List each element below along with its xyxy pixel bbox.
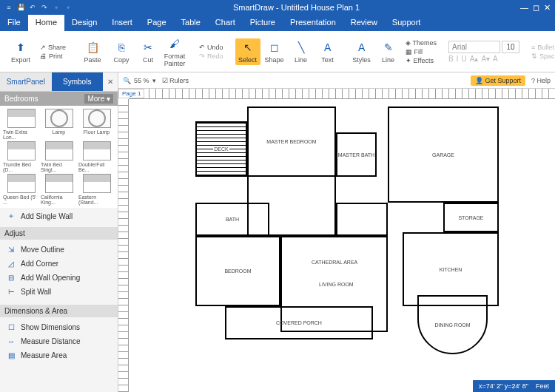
tab-smartpanel[interactable]: SmartPanel xyxy=(0,72,52,91)
export-button[interactable]: ⬆Export xyxy=(6,40,36,64)
measure-distance-button[interactable]: ↔Measure Distance xyxy=(0,334,118,348)
copy-button[interactable]: ⎘Copy xyxy=(109,40,134,64)
tab-design[interactable]: Design xyxy=(64,15,104,31)
line-button[interactable]: ╲Line xyxy=(289,40,314,64)
close-panel-icon[interactable]: ✕ xyxy=(103,72,118,91)
add-corner-button[interactable]: ◿Add Corner xyxy=(0,257,118,271)
room-bedroom[interactable]: BEDROOM xyxy=(195,236,280,306)
coordinates: x=74' 2" y=24' 8" xyxy=(479,382,528,390)
menu-bar: File Home Design Insert Page Table Chart… xyxy=(0,15,555,31)
line-style-button[interactable]: ✎Line xyxy=(376,40,401,64)
tab-symbols[interactable]: Symbols xyxy=(52,72,104,91)
select-button[interactable]: ↖Select xyxy=(235,38,260,65)
font-size-input[interactable]: 10 xyxy=(502,41,519,53)
room-dining[interactable]: DINING ROOM xyxy=(417,295,488,354)
room-garage[interactable]: GARAGE xyxy=(388,107,499,203)
symbol-grid: Twin Extra Lon... Lamp Floor Lamp Trundl… xyxy=(0,106,118,208)
symbol-item[interactable]: Double/Full Be... xyxy=(78,141,115,172)
units[interactable]: Feet xyxy=(536,382,549,390)
horizontal-ruler xyxy=(129,89,555,99)
canvas-area: 🔍 55 % ▾ ☑ Rulers 👤 Get Support ? Help P… xyxy=(118,72,555,392)
bullet-button[interactable]: ≡ Bullet xyxy=(531,44,555,51)
symbol-item[interactable]: California King... xyxy=(41,174,77,205)
print-button[interactable]: 🖨 Print xyxy=(40,53,66,60)
section-dimensions: Dimensions & Area xyxy=(0,305,118,317)
section-adjust: Adjust xyxy=(0,227,118,240)
effects-button[interactable]: ✦ Effects xyxy=(406,57,437,64)
underline-button[interactable]: U xyxy=(462,55,467,63)
room-porch[interactable]: COVERED PORCH xyxy=(225,306,373,339)
text-button[interactable]: AText xyxy=(315,40,340,64)
save-icon[interactable]: 💾 xyxy=(16,3,25,12)
italic-button[interactable]: I xyxy=(457,55,459,63)
redo-icon[interactable]: ↷ xyxy=(40,3,49,12)
fill-button[interactable]: ▦ Fill xyxy=(406,48,437,55)
tab-file[interactable]: File xyxy=(0,15,28,31)
symbol-item[interactable]: Lamp xyxy=(41,109,77,140)
tab-page[interactable]: Page xyxy=(140,15,174,31)
symbol-item[interactable]: Queen Bed (5' ... xyxy=(3,174,39,205)
status-bar: x=74' 2" y=24' 8" Feet xyxy=(473,380,555,392)
shrink-font-button[interactable]: A▾ xyxy=(481,55,490,63)
vertical-ruler xyxy=(118,99,129,392)
room-deck[interactable]: DECK xyxy=(195,121,247,177)
ribbon: ⬆Export ↗ Share 🖨 Print 📋Paste ⎘Copy ✂Cu… xyxy=(0,31,555,72)
symbol-item[interactable]: Twin Extra Lon... xyxy=(3,109,39,140)
show-dimensions-button[interactable]: ☐Show Dimensions xyxy=(0,320,118,334)
rulers-toggle[interactable]: ☑ Rulers xyxy=(162,77,189,84)
help-button[interactable]: ? Help xyxy=(531,77,551,84)
bold-button[interactable]: B xyxy=(448,55,454,63)
floor-plan[interactable]: DECK MASTER BEDROOM MASTER BATH GARAGE B… xyxy=(151,99,528,380)
room-hall[interactable] xyxy=(247,177,336,236)
page-label[interactable]: Page 1 xyxy=(118,89,144,98)
canvas-toolbar: 🔍 55 % ▾ ☑ Rulers 👤 Get Support ? Help xyxy=(118,72,555,89)
close-icon[interactable]: ✕ xyxy=(544,3,551,13)
split-wall-button[interactable]: ⊢Split Wall xyxy=(0,285,118,299)
symbol-item[interactable]: Twin Bed Singl... xyxy=(41,141,77,172)
undo-icon[interactable]: ↶ xyxy=(28,3,37,12)
shape-button[interactable]: ◻Shape xyxy=(262,40,287,64)
share-button[interactable]: ↗ Share xyxy=(40,44,66,51)
measure-area-button[interactable]: ▤Measure Area xyxy=(0,348,118,362)
room-master-bedroom[interactable]: MASTER BEDROOM xyxy=(247,107,336,177)
maximize-icon[interactable]: ◻ xyxy=(533,3,539,13)
font-color-button[interactable]: A xyxy=(493,55,498,63)
menu-icon[interactable]: ≡ xyxy=(4,3,13,12)
room-stairs[interactable] xyxy=(336,203,388,236)
tab-insert[interactable]: Insert xyxy=(104,15,140,31)
tab-presentation[interactable]: Presentation xyxy=(283,15,343,31)
undo-button[interactable]: ↶ Undo xyxy=(199,44,223,51)
tab-picture[interactable]: Picture xyxy=(243,15,283,31)
room-master-bath[interactable]: MASTER BATH xyxy=(336,132,377,177)
symbol-item[interactable]: Trundle Bed (D... xyxy=(3,141,39,172)
qat-icon[interactable]: ▫ xyxy=(52,3,61,12)
redo-button[interactable]: ↷ Redo xyxy=(199,53,223,60)
format-painter-button[interactable]: 🖌Format Painter xyxy=(162,36,187,67)
paste-button[interactable]: 📋Paste xyxy=(78,40,107,64)
spacing-button[interactable]: ⇅ Spacing xyxy=(531,53,555,60)
qat-icon[interactable]: ▫ xyxy=(64,3,73,12)
zoom-control[interactable]: 🔍 55 % ▾ xyxy=(123,77,156,84)
room-storage[interactable]: STORAGE xyxy=(443,203,499,232)
title-bar: ≡ 💾 ↶ ↷ ▫ ▫ SmartDraw - Untitled House P… xyxy=(0,0,555,15)
styles-button[interactable]: AStyles xyxy=(349,40,374,64)
drawing-canvas[interactable]: DECK MASTER BEDROOM MASTER BATH GARAGE B… xyxy=(129,99,555,392)
tab-table[interactable]: Table xyxy=(174,15,208,31)
tab-review[interactable]: Review xyxy=(343,15,385,31)
cut-button[interactable]: ✂Cut xyxy=(135,40,161,64)
get-support-button[interactable]: 👤 Get Support xyxy=(471,75,525,86)
symbol-item[interactable]: Floor Lamp xyxy=(78,109,115,140)
minimize-icon[interactable]: — xyxy=(520,3,528,13)
symbol-item[interactable]: Eastern (Stand... xyxy=(78,174,115,205)
move-outline-button[interactable]: ⇲Move Outline xyxy=(0,243,118,257)
grow-font-button[interactable]: A▴ xyxy=(470,55,479,63)
add-wall-opening-button[interactable]: ⊟Add Wall Opening xyxy=(0,271,118,285)
themes-button[interactable]: ◈ Themes xyxy=(406,39,437,47)
add-single-wall-button[interactable]: ＋Add Single Wall xyxy=(0,208,118,224)
font-select[interactable]: Arial xyxy=(448,41,500,53)
tab-chart[interactable]: Chart xyxy=(208,15,243,31)
tab-home[interactable]: Home xyxy=(28,15,64,31)
section-header-bedrooms: Bedrooms More ▾ xyxy=(0,92,118,106)
more-button[interactable]: More ▾ xyxy=(84,94,113,104)
tab-support[interactable]: Support xyxy=(385,15,428,31)
